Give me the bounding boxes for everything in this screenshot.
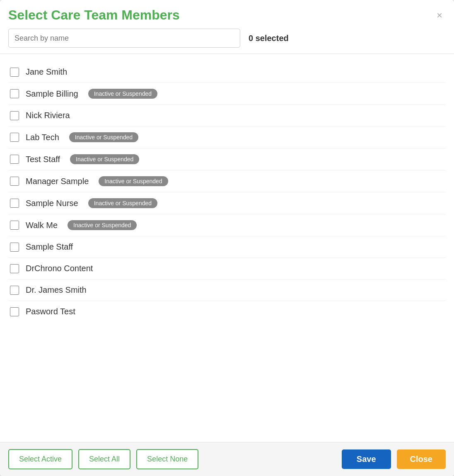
member-name: Manager Sample [26, 177, 89, 186]
list-item: Sample BillingInactive or Suspended [8, 83, 446, 105]
list-item: Dr. James Smith [8, 279, 446, 301]
list-item: Sample Staff [8, 236, 446, 258]
member-checkbox[interactable] [10, 307, 19, 316]
modal-close-icon[interactable]: × [433, 9, 446, 22]
footer-right-buttons: Save Close [342, 449, 446, 469]
list-item: Test StaffInactive or Suspended [8, 148, 446, 170]
member-checkbox[interactable] [10, 199, 19, 208]
member-name: Walk Me [26, 221, 58, 230]
member-checkbox[interactable] [10, 264, 19, 273]
modal-title: Select Care Team Members [8, 7, 180, 23]
search-input[interactable] [8, 29, 240, 48]
search-bar: 0 selected [0, 29, 454, 53]
save-button[interactable]: Save [342, 449, 391, 469]
member-list: Jane SmithSample BillingInactive or Susp… [0, 57, 454, 442]
select-all-button[interactable]: Select All [78, 449, 130, 469]
member-name: Nick Riviera [26, 111, 70, 120]
inactive-badge: Inactive or Suspended [88, 89, 157, 99]
member-checkbox[interactable] [10, 177, 19, 186]
list-item: Lab TechInactive or Suspended [8, 126, 446, 148]
close-button[interactable]: Close [397, 449, 446, 469]
inactive-badge: Inactive or Suspended [70, 154, 139, 164]
divider [0, 53, 454, 54]
select-active-button[interactable]: Select Active [8, 449, 72, 469]
footer-left-buttons: Select Active Select All Select None [8, 449, 198, 469]
list-item: DrChrono Content [8, 258, 446, 279]
member-name: Sample Billing [26, 89, 78, 99]
member-name: Lab Tech [26, 133, 59, 142]
modal-header: Select Care Team Members × [0, 0, 454, 29]
member-checkbox[interactable] [10, 89, 19, 98]
list-item: Manager SampleInactive or Suspended [8, 170, 446, 192]
member-name: Dr. James Smith [26, 285, 87, 295]
select-none-button[interactable]: Select None [136, 449, 198, 469]
member-checkbox[interactable] [10, 133, 19, 142]
list-item: Sample NurseInactive or Suspended [8, 192, 446, 214]
list-item: Walk MeInactive or Suspended [8, 214, 446, 236]
member-name: DrChrono Content [26, 264, 93, 273]
list-item: Pasword Test [8, 301, 446, 322]
inactive-badge: Inactive or Suspended [69, 132, 138, 142]
member-name: Jane Smith [26, 67, 67, 77]
list-item: Jane Smith [8, 61, 446, 83]
member-checkbox[interactable] [10, 221, 19, 230]
list-item: Nick Riviera [8, 105, 446, 126]
modal-footer: Select Active Select All Select None Sav… [0, 442, 454, 476]
member-checkbox[interactable] [10, 68, 19, 77]
selected-count: 0 selected [249, 34, 289, 43]
inactive-badge: Inactive or Suspended [68, 220, 137, 230]
member-checkbox[interactable] [10, 243, 19, 252]
inactive-badge: Inactive or Suspended [99, 176, 168, 186]
member-name: Test Staff [26, 155, 60, 164]
modal-container: Select Care Team Members × 0 selected Ja… [0, 0, 454, 476]
inactive-badge: Inactive or Suspended [88, 198, 157, 208]
member-checkbox[interactable] [10, 111, 19, 120]
member-checkbox[interactable] [10, 286, 19, 295]
member-checkbox[interactable] [10, 155, 19, 164]
member-name: Sample Nurse [26, 199, 78, 208]
member-name: Pasword Test [26, 307, 75, 316]
member-name: Sample Staff [26, 242, 73, 252]
